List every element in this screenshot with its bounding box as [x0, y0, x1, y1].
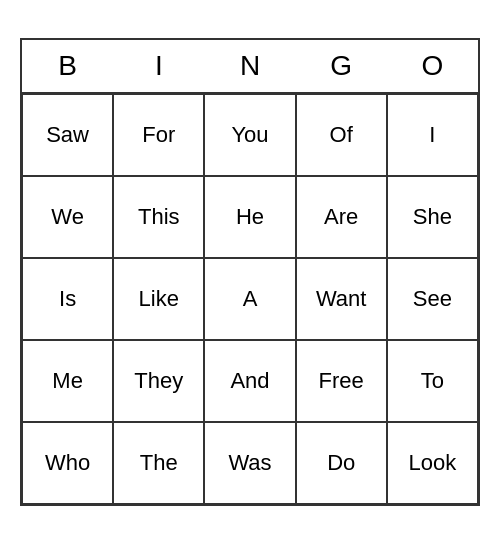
bingo-cell-r2-c2[interactable]: A: [204, 258, 295, 340]
bingo-cell-r0-c1[interactable]: For: [113, 94, 204, 176]
bingo-cell-r3-c4[interactable]: To: [387, 340, 478, 422]
bingo-cell-r2-c4[interactable]: See: [387, 258, 478, 340]
bingo-grid: SawForYouOfIWeThisHeAreSheIsLikeAWantSee…: [22, 94, 478, 504]
header-letter-g: G: [296, 40, 387, 92]
bingo-cell-r1-c0[interactable]: We: [22, 176, 113, 258]
bingo-cell-r2-c3[interactable]: Want: [296, 258, 387, 340]
bingo-cell-r1-c4[interactable]: She: [387, 176, 478, 258]
bingo-cell-r2-c1[interactable]: Like: [113, 258, 204, 340]
header-letter-o: O: [387, 40, 478, 92]
bingo-cell-r4-c0[interactable]: Who: [22, 422, 113, 504]
bingo-header: BINGO: [22, 40, 478, 94]
bingo-cell-r1-c2[interactable]: He: [204, 176, 295, 258]
bingo-cell-r4-c2[interactable]: Was: [204, 422, 295, 504]
bingo-cell-r1-c3[interactable]: Are: [296, 176, 387, 258]
bingo-cell-r0-c4[interactable]: I: [387, 94, 478, 176]
bingo-cell-r0-c3[interactable]: Of: [296, 94, 387, 176]
bingo-cell-r1-c1[interactable]: This: [113, 176, 204, 258]
bingo-cell-r3-c2[interactable]: And: [204, 340, 295, 422]
bingo-cell-r3-c3[interactable]: Free: [296, 340, 387, 422]
bingo-cell-r4-c4[interactable]: Look: [387, 422, 478, 504]
bingo-cell-r2-c0[interactable]: Is: [22, 258, 113, 340]
bingo-card: BINGO SawForYouOfIWeThisHeAreSheIsLikeAW…: [20, 38, 480, 506]
header-letter-i: I: [113, 40, 204, 92]
header-letter-n: N: [204, 40, 295, 92]
bingo-cell-r0-c0[interactable]: Saw: [22, 94, 113, 176]
header-letter-b: B: [22, 40, 113, 92]
bingo-cell-r0-c2[interactable]: You: [204, 94, 295, 176]
bingo-cell-r3-c1[interactable]: They: [113, 340, 204, 422]
bingo-cell-r4-c3[interactable]: Do: [296, 422, 387, 504]
bingo-cell-r4-c1[interactable]: The: [113, 422, 204, 504]
bingo-cell-r3-c0[interactable]: Me: [22, 340, 113, 422]
